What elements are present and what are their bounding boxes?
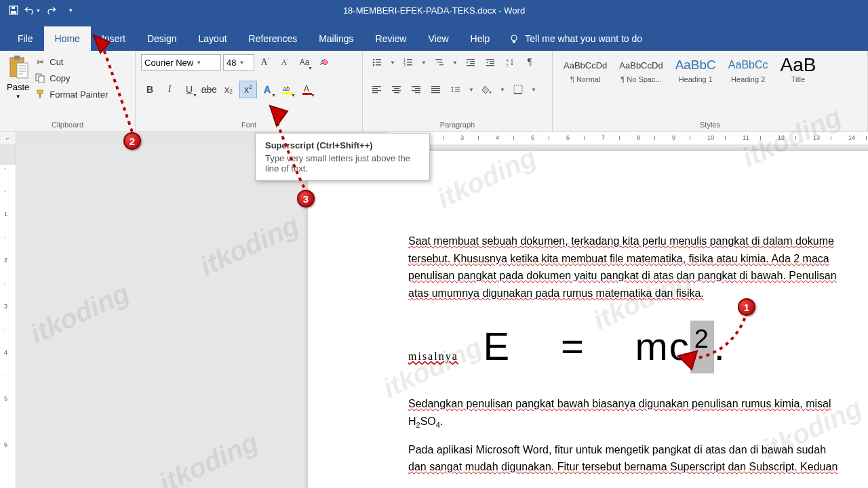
tab-insert[interactable]: Insert: [91, 26, 136, 51]
style-item-4[interactable]: AaBTitle: [775, 54, 822, 85]
align-center-button[interactable]: [388, 81, 406, 98]
svg-rect-59: [455, 87, 460, 87]
svg-rect-11: [39, 94, 41, 98]
lightbulb-icon: [509, 33, 519, 44]
multilevel-dropdown[interactable]: ▼: [450, 54, 460, 71]
borders-button[interactable]: [509, 81, 527, 98]
quick-access-toolbar: ▼ ▾: [5, 2, 79, 18]
doc-paragraph[interactable]: tersebut. Khususnya ketika kita membuat …: [408, 253, 829, 264]
align-left-button[interactable]: [368, 81, 386, 98]
change-case-button[interactable]: Aa▼: [296, 54, 313, 71]
tab-layout[interactable]: Layout: [188, 26, 238, 51]
style-item-2[interactable]: AaBbCHeading 1: [670, 54, 722, 85]
clipboard-group-label: Clipboard: [5, 119, 130, 130]
text-effects-button[interactable]: A▼: [259, 81, 277, 98]
tooltip-title: Superscript (Ctrl+Shift++): [265, 140, 420, 150]
formula-text[interactable]: misalnya E = mc2.: [408, 315, 868, 382]
qat-dropdown-icon[interactable]: ▾: [62, 2, 79, 18]
doc-paragraph[interactable]: Pada aplikasi Microsoft Word, fitur untu…: [408, 444, 826, 455]
svg-text:ab: ab: [283, 85, 290, 92]
multilevel-list-button[interactable]: [431, 54, 448, 71]
svg-rect-44: [372, 88, 378, 89]
doc-paragraph[interactable]: penulisan pangkat pada dokumen yaitu pan…: [408, 270, 837, 281]
tab-review[interactable]: Review: [365, 26, 418, 51]
svg-rect-50: [394, 92, 399, 93]
numbering-dropdown[interactable]: ▼: [419, 54, 429, 71]
numbering-button[interactable]: 123: [399, 54, 417, 71]
borders-dropdown[interactable]: ▼: [529, 81, 538, 98]
superscript-tooltip: Superscript (Ctrl+Shift++) Type very sma…: [255, 133, 430, 181]
underline-button[interactable]: U▼: [180, 81, 198, 98]
subscript-button[interactable]: x2: [220, 81, 237, 98]
bold-button[interactable]: B: [141, 81, 159, 98]
shrink-font-button[interactable]: Aˇ: [276, 54, 294, 71]
shading-button[interactable]: [478, 81, 496, 98]
line-spacing-button[interactable]: [447, 81, 465, 98]
formula-superscript-selected[interactable]: 2: [690, 321, 714, 373]
cut-button[interactable]: ✂Cut: [32, 55, 111, 68]
tab-design[interactable]: Design: [136, 26, 188, 51]
tab-home[interactable]: Home: [44, 26, 91, 51]
paint-bucket-icon: [482, 85, 492, 94]
svg-rect-35: [470, 63, 475, 64]
tell-me-search[interactable]: Tell me what you want to do: [500, 26, 650, 51]
justify-icon: [431, 85, 441, 94]
tab-file[interactable]: File: [7, 26, 44, 51]
paste-button[interactable]: Paste ▼: [5, 54, 31, 101]
svg-text:3: 3: [403, 63, 406, 67]
group-clipboard: Paste ▼ ✂Cut Copy Format Painter Clipboa…: [0, 51, 136, 131]
shading-dropdown[interactable]: ▼: [498, 81, 507, 98]
tab-view[interactable]: View: [417, 26, 459, 51]
formula-prefix: misalnya: [408, 350, 458, 362]
justify-button[interactable]: [427, 81, 445, 98]
format-painter-label: Format Painter: [50, 89, 108, 100]
page-viewport[interactable]: Saat membuat sebuah dokumen, terkadang k…: [16, 144, 868, 488]
increase-indent-button[interactable]: [481, 54, 499, 71]
clear-formatting-button[interactable]: A: [315, 54, 333, 71]
doc-paragraph[interactable]: dan sangat mudah digunakan. Fitur terseb…: [408, 461, 837, 472]
decrease-indent-button[interactable]: [462, 54, 479, 71]
font-size-combo[interactable]: 48▼: [223, 54, 254, 70]
bullets-dropdown[interactable]: ▼: [388, 54, 397, 71]
grow-font-button[interactable]: Aˆ: [256, 54, 274, 71]
redo-icon[interactable]: [43, 2, 60, 18]
highlight-button[interactable]: ab▼: [279, 81, 296, 98]
line-spacing-dropdown[interactable]: ▼: [467, 81, 476, 98]
strikethrough-button[interactable]: abc: [200, 81, 218, 98]
styles-group-label: Styles: [558, 119, 862, 130]
superscript-button[interactable]: x2: [239, 81, 257, 98]
style-item-3[interactable]: AaBbCcHeading 2: [723, 54, 774, 85]
font-group-label: Font: [141, 119, 357, 130]
tab-mailings[interactable]: Mailings: [308, 26, 364, 51]
sort-icon: AZ: [505, 58, 515, 67]
copy-button[interactable]: Copy: [32, 71, 111, 85]
font-name-combo[interactable]: Courier New▼: [141, 54, 221, 70]
italic-button[interactable]: I: [161, 81, 178, 98]
font-size-value: 48: [226, 58, 236, 68]
document-page[interactable]: Saat membuat sebuah dokumen, terkadang k…: [308, 151, 868, 488]
multilevel-icon: [435, 58, 444, 67]
svg-point-18: [373, 59, 375, 61]
doc-paragraph[interactable]: atas umumnya digunakan pada rumus matema…: [408, 287, 704, 299]
doc-paragraph[interactable]: Sedangkan penulisan pangkat bawah biasan…: [408, 398, 831, 409]
align-right-button[interactable]: [408, 81, 425, 98]
scissors-icon: ✂: [35, 56, 45, 67]
save-icon[interactable]: [5, 2, 22, 18]
svg-rect-23: [376, 64, 381, 66]
tab-help[interactable]: Help: [460, 26, 501, 51]
format-painter-button[interactable]: Format Painter: [32, 87, 111, 101]
formula-dot: .: [714, 324, 726, 368]
style-item-0[interactable]: AaBbCcDd¶ Normal: [558, 54, 612, 85]
style-item-1[interactable]: AaBbCcDd¶ No Spac...: [614, 54, 668, 85]
show-marks-button[interactable]: ¶: [521, 54, 538, 71]
tab-references[interactable]: References: [238, 26, 309, 51]
vertical-ruler[interactable]: ··1·2·3·4·5·6·7: [0, 144, 16, 488]
svg-rect-45: [372, 90, 381, 91]
svg-rect-6: [14, 56, 20, 60]
font-color-button[interactable]: A▼: [298, 81, 316, 98]
undo-icon[interactable]: ▼: [24, 2, 41, 18]
sort-button[interactable]: AZ: [501, 54, 519, 71]
doc-chem[interactable]: H2SO4.: [408, 413, 868, 432]
bullets-button[interactable]: [368, 54, 386, 71]
doc-paragraph[interactable]: Saat membuat sebuah dokumen, terkadang k…: [408, 235, 834, 247]
